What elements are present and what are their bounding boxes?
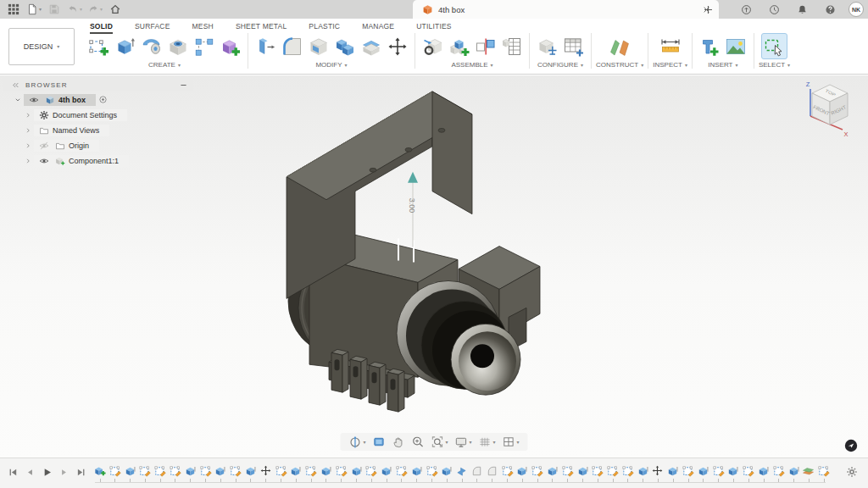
- config-table-tool[interactable]: [560, 33, 587, 59]
- gear-icon[interactable]: [39, 110, 49, 120]
- select-tool[interactable]: [761, 33, 787, 59]
- timeline-feature-extrude-47[interactable]: [787, 464, 800, 477]
- extrude-tool[interactable]: [112, 33, 138, 59]
- timeline-feature-sketch-28[interactable]: [501, 464, 514, 477]
- eye-off-icon[interactable]: [39, 141, 49, 151]
- browser-item-label[interactable]: 4th box: [58, 96, 86, 104]
- split-body-tool[interactable]: [358, 33, 384, 59]
- browser-item-document-settings[interactable]: Document Settings: [3, 108, 193, 122]
- timeline-feature-extrude-24[interactable]: [440, 464, 453, 477]
- browser-item-label[interactable]: Origin: [69, 141, 89, 150]
- chevron-right-icon[interactable]: [22, 126, 34, 135]
- revolve-tool[interactable]: [138, 33, 164, 59]
- timeline-feature-move-38[interactable]: [651, 464, 664, 477]
- timeline-feature-move-12[interactable]: [259, 464, 272, 477]
- measure-tool[interactable]: [657, 33, 683, 59]
- ribbon-tab-plastic[interactable]: PLASTIC: [309, 22, 340, 34]
- timeline-feature-sketch-23[interactable]: [426, 464, 438, 477]
- ribbon-tab-mesh[interactable]: MESH: [192, 22, 214, 34]
- timeline-feature-fillet-27[interactable]: [486, 464, 498, 477]
- step-back-button[interactable]: [24, 466, 36, 479]
- timeline-feature-sketch-17[interactable]: [335, 464, 348, 477]
- browser-item-label[interactable]: Named Views: [53, 126, 99, 135]
- eye-icon[interactable]: [29, 95, 39, 105]
- timeline-feature-extrude-16[interactable]: [320, 464, 332, 477]
- timeline-feature-extrude-20[interactable]: [380, 464, 392, 477]
- clock-button[interactable]: [764, 0, 784, 19]
- timeline-feature-sketch-46[interactable]: [772, 464, 785, 477]
- step-forward-button[interactable]: [58, 466, 70, 479]
- joint-tool[interactable]: [472, 33, 498, 59]
- timeline-feature-sketch-32[interactable]: [561, 464, 574, 477]
- shell-tool[interactable]: [305, 33, 331, 59]
- browser-item-component1-1[interactable]: Component1:1: [3, 153, 193, 168]
- group-dropdown-insert[interactable]: INSERT▾: [708, 61, 737, 69]
- configuration-tool[interactable]: [534, 33, 560, 59]
- group-dropdown-select[interactable]: SELECT▾: [759, 61, 790, 69]
- workspace-selector[interactable]: DESIGN▾: [8, 28, 75, 65]
- minimize-icon[interactable]: [179, 80, 188, 90]
- ribbon-tab-utilities[interactable]: UTILITIES: [416, 22, 451, 34]
- viewports-button[interactable]: ▾: [503, 435, 520, 448]
- group-dropdown-configure[interactable]: CONFIGURE▾: [537, 61, 583, 69]
- undo-button[interactable]: ▾: [64, 0, 85, 19]
- timeline-feature-sketch-5[interactable]: [153, 464, 166, 477]
- timeline-feature-extrude-41[interactable]: [697, 464, 709, 477]
- radio-icon[interactable]: [98, 95, 108, 104]
- timeline-feature-extrude-43[interactable]: [726, 464, 739, 477]
- file-button[interactable]: ▾: [24, 0, 44, 19]
- timeline-feature-sketch-21[interactable]: [395, 464, 408, 477]
- combine-tool[interactable]: [331, 33, 358, 59]
- document-tab[interactable]: 4th box: [413, 0, 719, 19]
- skip-start-button[interactable]: [7, 466, 19, 479]
- save-button[interactable]: [44, 0, 64, 19]
- timeline-feature-extrude-22[interactable]: [410, 464, 423, 477]
- plus-button[interactable]: [698, 0, 718, 19]
- browser-item-4th-box[interactable]: 4th box: [3, 92, 193, 107]
- skip-end-button[interactable]: [75, 466, 87, 479]
- bom-tool[interactable]: [498, 33, 525, 59]
- extension-button[interactable]: [736, 0, 756, 19]
- timeline-feature-extrude-18[interactable]: [350, 464, 363, 477]
- chevron-right-icon[interactable]: [22, 141, 34, 150]
- dimension-value[interactable]: 3.00: [408, 198, 416, 213]
- timeline-feature-extrude-11[interactable]: [244, 464, 257, 477]
- group-dropdown-construct[interactable]: CONSTRUCT▾: [596, 61, 643, 69]
- folder-icon[interactable]: [39, 125, 49, 136]
- timeline-feature-sketch-40[interactable]: [682, 464, 694, 477]
- timeline-feature-plane-48[interactable]: [802, 464, 815, 477]
- timeline-feature-sketch-30[interactable]: [531, 464, 543, 477]
- timeline-feature-component-1[interactable]: [93, 464, 106, 477]
- timeline-feature-sketch-15[interactable]: [304, 464, 317, 477]
- app-grid-button[interactable]: [3, 0, 24, 19]
- timeline-feature-sketch-8[interactable]: [199, 464, 212, 477]
- browser-item-label[interactable]: Document Settings: [53, 111, 117, 119]
- redo-button[interactable]: ▾: [85, 0, 105, 19]
- bell-button[interactable]: [792, 0, 812, 19]
- timeline-feature-extrude-31[interactable]: [546, 464, 559, 477]
- timeline-feature-sketch-34[interactable]: [591, 464, 604, 477]
- timeline-feature-extrude-39[interactable]: [666, 464, 679, 477]
- browser-item-named-views[interactable]: Named Views: [3, 123, 193, 137]
- zoom-button[interactable]: [411, 435, 424, 448]
- ribbon-tab-sheet-metal[interactable]: SHEET METAL: [236, 22, 287, 34]
- user-avatar[interactable]: NK: [849, 2, 864, 17]
- timeline-feature-sketch-19[interactable]: [364, 464, 377, 477]
- fillet-tool[interactable]: [279, 33, 305, 59]
- create-sketch-tool[interactable]: [86, 33, 112, 59]
- timeline-feature-sketch-2[interactable]: [108, 464, 121, 477]
- timeline-feature-sketch-10[interactable]: [229, 464, 242, 477]
- collapse-panel-icon[interactable]: [11, 80, 20, 90]
- form-tool[interactable]: [217, 33, 243, 59]
- timeline-feature-extrude-7[interactable]: [184, 464, 197, 477]
- home-button[interactable]: [105, 0, 125, 19]
- browser-item-origin[interactable]: Origin: [3, 138, 193, 152]
- hole-tool[interactable]: [164, 33, 191, 59]
- move-tool[interactable]: [384, 33, 410, 59]
- timeline-feature-sketch-4[interactable]: [138, 464, 151, 477]
- look-at-button[interactable]: [372, 435, 385, 448]
- display-button[interactable]: ▾: [454, 435, 471, 448]
- timeline-feature-sketch-49[interactable]: [817, 464, 830, 477]
- new-component-tool[interactable]: [446, 33, 472, 59]
- timeline-settings[interactable]: [846, 466, 858, 478]
